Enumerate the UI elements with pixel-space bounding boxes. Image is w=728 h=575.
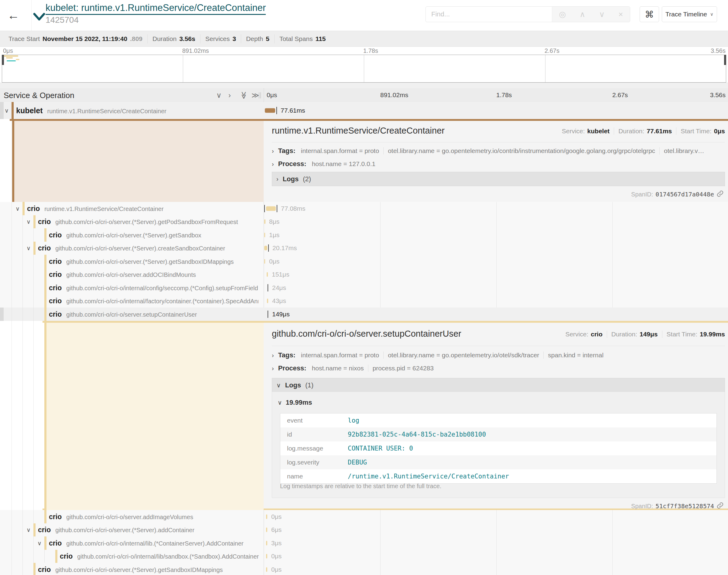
span-name[interactable]: criogithub.com/cri-o/cri-o/internal/fact…	[49, 297, 259, 305]
span-bar[interactable]	[267, 299, 268, 303]
span-row[interactable]: ∨kubeletruntime.v1.RuntimeService/Create…	[0, 102, 728, 119]
span-row[interactable]: criogithub.com/cri-o/cri-o/server.setupC…	[0, 308, 728, 321]
chevron-down-icon[interactable]: ∨	[25, 218, 32, 225]
span-name[interactable]: criogithub.com/cri-o/cri-o/server.addOCI…	[49, 270, 196, 279]
span-name[interactable]: criogithub.com/cri-o/cri-o/server.(*Serv…	[49, 231, 201, 239]
span-row[interactable]: criogithub.com/cri-o/cri-o/server.(*Serv…	[0, 228, 728, 242]
link-icon[interactable]	[717, 190, 724, 199]
span-name[interactable]: crioruntime.v1.RuntimeService/CreateCont…	[27, 204, 164, 212]
span-bar[interactable]	[266, 528, 267, 532]
minimap-right-handle[interactable]	[724, 55, 726, 65]
service-accent	[33, 215, 36, 229]
chevron-down-icon[interactable]: ∨	[599, 10, 605, 19]
chevron-down-icon[interactable]: ∨	[14, 205, 21, 212]
span-row[interactable]: criogithub.com/cri-o/cri-o/server.(*Serv…	[0, 563, 728, 575]
span-row[interactable]: ∨criogithub.com/cri-o/cri-o/internal/lib…	[0, 536, 728, 550]
collapse-one-icon[interactable]: ∨	[216, 91, 222, 100]
trace-view-selector[interactable]: Trace Timeline ∨	[662, 6, 717, 22]
span-row[interactable]: criogithub.com/cri-o/cri-o/internal/lib/…	[0, 550, 728, 563]
service-accent	[33, 523, 36, 537]
tags-label: Tags:	[278, 351, 296, 359]
tags-row[interactable]: › Tags: internal.span.format = proto ote…	[272, 147, 725, 155]
close-icon[interactable]: ×	[618, 10, 623, 19]
process-row[interactable]: › Process: host.name = nixos process.pid…	[272, 364, 725, 372]
service-name: kubelet	[16, 106, 43, 115]
span-name[interactable]: criogithub.com/cri-o/cri-o/internal/conf…	[49, 283, 258, 292]
span-duration-label: 77.61ms	[280, 107, 305, 114]
span-row[interactable]: criogithub.com/cri-o/cri-o/server.addIma…	[0, 510, 728, 523]
duration-label: Duration	[153, 35, 176, 42]
link-icon[interactable]	[717, 502, 724, 510]
chevron-up-icon[interactable]: ∧	[580, 10, 585, 19]
minimap-tick-label: 2.67s	[544, 47, 559, 54]
timeline-tick-label: 891.02ms	[380, 91, 408, 99]
chevron-down-icon: ∨	[710, 11, 714, 17]
operation-name: github.com/cri-o/cri-o/server.(*Server).…	[55, 245, 225, 252]
find-input[interactable]	[426, 7, 552, 22]
trace-services: Services 3	[200, 34, 241, 43]
duration-value: 149μs	[640, 331, 658, 338]
span-row[interactable]: ∨crioruntime.v1.RuntimeService/CreateCon…	[0, 202, 728, 215]
span-row[interactable]: criogithub.com/cri-o/cri-o/internal/conf…	[0, 281, 728, 295]
chevron-down-icon[interactable]: ∨	[25, 527, 32, 533]
chevron-down-icon[interactable]: ∨	[36, 539, 43, 546]
span-name[interactable]: criogithub.com/cri-o/cri-o/internal/lib/…	[60, 552, 259, 561]
span-row[interactable]: criogithub.com/cri-o/cri-o/server.(*Serv…	[0, 255, 728, 268]
span-bar[interactable]	[266, 514, 267, 519]
start-time-value: 19.99ms	[700, 331, 725, 338]
span-name[interactable]: criogithub.com/cri-o/cri-o/server.(*Serv…	[38, 565, 223, 573]
span-name[interactable]: criogithub.com/cri-o/cri-o/server.addIma…	[49, 512, 193, 521]
operation-name: github.com/cri-o/cri-o/server.(*Server).…	[55, 218, 238, 226]
operation-name: github.com/cri-o/cri-o/internal/lib/sand…	[77, 553, 259, 560]
span-bar[interactable]	[267, 272, 268, 277]
span-bar[interactable]	[266, 541, 267, 545]
log-entry-toggle[interactable]: ∨ 19.99ms	[277, 399, 312, 407]
service-value: kubelet	[587, 128, 610, 135]
span-bar[interactable]	[264, 246, 267, 250]
minimap-left-handle[interactable]	[2, 55, 4, 65]
column-resizer-grip[interactable]	[259, 92, 259, 98]
span-name[interactable]: criogithub.com/cri-o/cri-o/server.(*Serv…	[38, 244, 225, 252]
logs-toggle[interactable]: › Logs (2)	[272, 172, 725, 186]
span-duration-label: 149μs	[272, 311, 290, 318]
span-row[interactable]: ∨criogithub.com/cri-o/cri-o/server.(*Ser…	[0, 242, 728, 255]
span-bar[interactable]	[264, 259, 265, 264]
indent-guide	[11, 228, 12, 242]
span-row[interactable]: criogithub.com/cri-o/cri-o/server.addOCI…	[0, 268, 728, 281]
trace-title-link[interactable]: kubelet: runtime.v1.RuntimeService/Creat…	[45, 2, 266, 15]
span-name[interactable]: criogithub.com/cri-o/cri-o/server.(*Serv…	[38, 526, 194, 534]
chevron-down-icon[interactable]: ∨	[25, 245, 32, 252]
indent-guide	[23, 510, 23, 523]
span-name[interactable]: kubeletruntime.v1.RuntimeService/CreateC…	[16, 106, 166, 115]
span-bar[interactable]	[266, 567, 267, 572]
expand-one-icon[interactable]: ›	[228, 91, 231, 100]
span-bar[interactable]	[266, 206, 276, 211]
expand-all-icon[interactable]: ≫	[252, 91, 259, 100]
log-field-key: name	[280, 473, 348, 480]
indent-guide	[44, 550, 45, 563]
span-name[interactable]: criogithub.com/cri-o/cri-o/server.setupC…	[49, 310, 197, 318]
span-name[interactable]: criogithub.com/cri-o/cri-o/server.(*Serv…	[49, 257, 234, 265]
span-row[interactable]: criogithub.com/cri-o/cri-o/internal/fact…	[0, 295, 728, 308]
span-bar[interactable]	[264, 233, 265, 237]
process-row[interactable]: › Process: host.name = 127.0.0.1	[272, 160, 725, 168]
back-arrow-icon[interactable]: ←	[7, 8, 20, 22]
chevron-down-icon[interactable]: ∨	[3, 107, 10, 114]
span-row[interactable]: ∨criogithub.com/cri-o/cri-o/server.(*Ser…	[0, 215, 728, 229]
keyboard-shortcuts-button[interactable]: ⌘	[640, 6, 659, 22]
collapse-all-icon[interactable]: ≫	[240, 91, 248, 99]
span-boundary-tick	[264, 205, 265, 212]
span-bar[interactable]	[266, 554, 267, 559]
span-row[interactable]: ∨criogithub.com/cri-o/cri-o/server.(*Ser…	[0, 523, 728, 537]
tags-row[interactable]: › Tags: internal.span.format = proto ote…	[272, 351, 725, 359]
trace-title-chevron-icon[interactable]	[33, 12, 45, 23]
span-name[interactable]: criogithub.com/cri-o/cri-o/internal/lib.…	[49, 539, 243, 547]
indent-guide	[11, 268, 12, 281]
span-name[interactable]: criogithub.com/cri-o/cri-o/server.(*Serv…	[38, 218, 238, 226]
logs-toggle[interactable]: ∨ Logs (1)	[272, 378, 725, 392]
crosshair-icon[interactable]: ◎	[559, 10, 566, 19]
trace-view-page: ← kubelet: runtime.v1.RuntimeService/Cre…	[0, 0, 728, 575]
span-bar[interactable]	[264, 219, 265, 224]
span-bar[interactable]	[265, 108, 275, 113]
column-resizer-grip[interactable]	[260, 92, 261, 98]
